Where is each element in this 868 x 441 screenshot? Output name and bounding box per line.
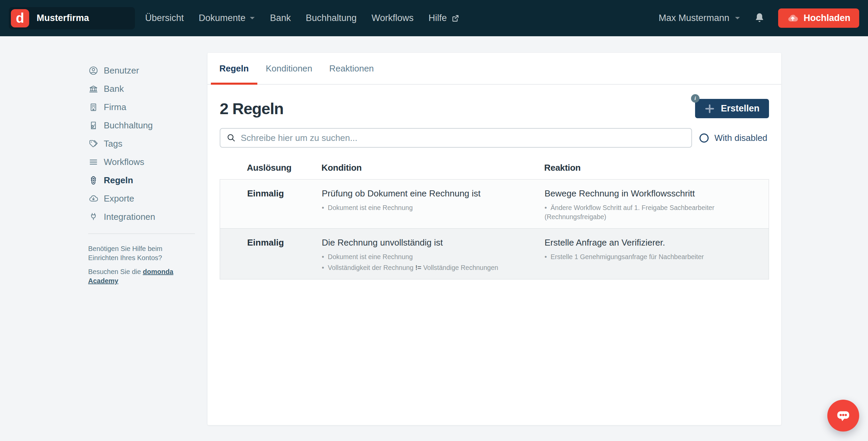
help-cta: Besuchen Sie die domonda Academy [88,267,193,286]
header-spacer [227,163,247,173]
sidebar-item-regeln[interactable]: Regeln [88,171,208,189]
with-disabled-label: With disabled [714,133,767,143]
reaction-cell: Erstelle Anfrage an Verifizierer. Erstel… [545,237,761,272]
list-icon [88,157,98,167]
reaction-cell: Bewege Rechnung in Workflowsschritt Ände… [545,188,761,222]
status-cell [228,237,247,272]
search-row: With disabled [220,128,769,148]
sidebar-help: Benötigen Sie Hilfe beim Einrichten Ihre… [88,244,193,286]
help-question: Benötigen Sie Hilfe beim Einrichten Ihre… [88,244,193,262]
reaction-bullets: Ändere Workflow Schritt auf 1. Freigabe … [545,203,761,222]
condition-cell: Prüfung ob Dokument eine Rechnung ist Do… [322,188,545,222]
logo-letter: d [16,10,24,26]
help-prefix: Besuchen Sie die [88,268,143,275]
search-input[interactable] [241,133,685,143]
sidebar-item-label: Bank [104,84,124,94]
cloud-upload-icon [787,13,798,24]
sidebar-item-bank[interactable]: Bank [88,80,208,98]
reaction-bullet: Erstelle 1 Genehmigungsanfrage für Nachb… [545,252,754,261]
topbar: d Musterfirma Übersicht Dokumente Bank B… [0,0,868,36]
status-cell [228,188,247,222]
with-disabled-toggle[interactable]: With disabled [699,133,767,143]
condition-bullet: Vollständigkeit der Rechnung != Vollstän… [322,263,537,272]
search-icon [226,133,236,143]
chevron-down-icon [735,17,740,20]
condition-bullets: Dokument ist eine Rechnung [322,203,545,212]
radio-circle-icon[interactable] [699,133,709,143]
create-button[interactable]: Erstellen [695,99,769,118]
nav-workflows[interactable]: Workflows [372,13,414,23]
tag-icon [88,139,98,149]
nav-buchhaltung[interactable]: Buchhaltung [306,13,357,23]
tab-reaktionen[interactable]: Reaktionen [321,53,382,84]
condition-title: Die Rechnung unvollständig ist [322,237,545,248]
sidebar-item-firma[interactable]: Firma [88,98,208,116]
cloud-download-icon [88,194,98,204]
tab-bar: Regeln Konditionen Reaktionen [208,53,781,85]
bank-icon [88,84,98,94]
company-switcher[interactable]: d Musterfirma [9,7,135,29]
table-row[interactable]: Einmalig Die Rechnung unvollständig ist … [220,228,769,279]
tab-regeln[interactable]: Regeln [211,53,257,84]
bullet-text: Vollständigkeit der Rechnung [328,264,415,271]
upload-button[interactable]: Hochladen [778,8,859,28]
user-icon [88,66,98,76]
rules-table: Auslösung Kondition Reaktion Einmalig Pr… [220,163,769,279]
sidebar-item-tags[interactable]: Tags [88,134,208,153]
table-row[interactable]: Einmalig Prüfung ob Dokument eine Rechnu… [220,180,769,228]
settings-sidebar: Benutzer Bank Firma $ Buchhaltung Tags W… [0,36,208,286]
bell-icon [754,12,765,25]
reaction-title: Erstelle Anfrage an Verifizierer. [545,237,761,248]
plug-icon [88,212,98,222]
tab-konditionen[interactable]: Konditionen [257,53,321,84]
nav-label: Dokumente [199,13,245,23]
condition-bullet: Dokument ist eine Rechnung [322,203,537,212]
sidebar-item-label: Tags [104,139,122,149]
page-header: 2 Regeln i Erstellen [220,99,769,118]
domonda-logo: d [11,9,29,27]
sidebar-item-label: Integrationen [104,212,155,222]
sidebar-item-buchhaltung[interactable]: $ Buchhaltung [88,116,208,134]
condition-cell: Die Rechnung unvollständig ist Dokument … [322,237,545,272]
sidebar-item-workflows[interactable]: Workflows [88,153,208,171]
nav-dokumente[interactable]: Dokumente [199,13,255,23]
sidebar-item-label: Benutzer [104,65,139,76]
company-name: Musterfirma [37,13,89,23]
operator-text: != [415,264,421,271]
sidebar-item-label: Firma [104,102,126,112]
chat-bubble-icon [834,406,853,425]
info-icon[interactable]: i [691,94,699,103]
nav-label: Bank [270,13,291,23]
sidebar-item-exporte[interactable]: Exporte [88,189,208,208]
chat-button[interactable] [827,400,859,432]
nav-uebersicht[interactable]: Übersicht [145,13,184,23]
create-wrap: i Erstellen [695,99,769,118]
sidebar-item-label: Exporte [104,193,134,204]
sidebar-item-benutzer[interactable]: Benutzer [88,61,208,80]
sidebar-item-label: Buchhaltung [104,120,153,131]
col-kondition: Kondition [321,163,544,173]
nav-label: Hilfe [429,13,447,23]
notifications-button[interactable] [754,12,765,25]
condition-bullet: Dokument ist eine Rechnung [322,252,537,261]
user-menu[interactable]: Max Mustermann [658,13,740,23]
bullet-text: Vollständige Rechnungen [421,264,498,271]
reaction-bullets: Erstelle 1 Genehmigungsanfrage für Nachb… [545,252,761,261]
nav-hilfe[interactable]: Hilfe [429,13,460,23]
col-reaktion: Reaktion [544,163,762,173]
sidebar-divider [88,233,195,234]
rules-panel: Regeln Konditionen Reaktionen 2 Regeln i… [208,53,781,425]
condition-title: Prüfung ob Dokument eine Rechnung ist [322,188,545,199]
user-name: Max Mustermann [658,13,729,23]
nav-bank[interactable]: Bank [270,13,291,23]
topbar-right: Max Mustermann Hochladen [658,8,859,28]
top-navigation: Übersicht Dokumente Bank Buchhaltung Wor… [145,13,460,23]
sidebar-item-integrationen[interactable]: Integrationen [88,208,208,226]
building-icon [88,102,98,112]
reaction-title: Bewege Rechnung in Workflowsschritt [545,188,761,199]
table-header: Auslösung Kondition Reaktion [220,163,769,173]
sidebar-item-label: Regeln [104,175,133,186]
tab-label: Reaktionen [329,63,374,74]
sidebar-item-label: Workflows [104,157,144,167]
col-ausloesung: Auslösung [247,163,321,173]
